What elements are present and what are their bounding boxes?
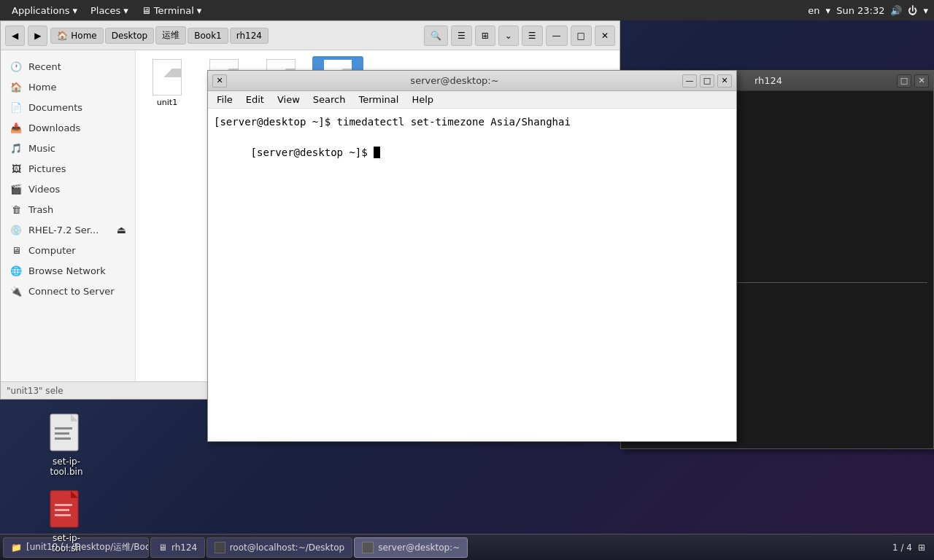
maximize-button[interactable]: □	[571, 26, 592, 46]
file-name-unit1: unit1	[157, 98, 177, 107]
menu-view[interactable]: View	[271, 93, 306, 106]
menu-bar: Applications ▾ Places ▾ 🖥 Terminal ▾	[6, 4, 207, 18]
page-indicator: 1 / 4	[892, 542, 912, 553]
list-view-button[interactable]: ☰	[451, 26, 472, 46]
back-button[interactable]: ◀	[5, 26, 25, 46]
fm-status-text: "unit13" sele	[7, 386, 63, 396]
sidebar-item-pictures[interactable]: 🖼 Pictures	[1, 158, 135, 179]
sidebar-item-documents[interactable]: 📄 Documents	[1, 97, 135, 117]
breadcrumb-rh124[interactable]: rh124	[230, 28, 269, 44]
menu-button[interactable]: ☰	[522, 26, 543, 46]
maximize-button2[interactable]: □	[897, 74, 911, 88]
desktop-icon-set-ip-tool-bin[interactable]: set-ip-tool.bin	[34, 408, 99, 481]
close-button2[interactable]: ✕	[914, 74, 929, 88]
sidebar-label-downloads: Downloads	[28, 122, 80, 133]
sort-button[interactable]: ⌄	[498, 26, 519, 46]
sidebar-label-browse-network: Browse Network	[28, 265, 106, 276]
eject-icon[interactable]: ⏏	[117, 224, 126, 236]
forward-button[interactable]: ▶	[28, 26, 47, 46]
minimize-button[interactable]: —	[546, 26, 568, 46]
sidebar-item-connect-server[interactable]: 🔌 Connect to Server	[1, 281, 135, 301]
terminal-menu[interactable]: 🖥 Terminal ▾	[136, 4, 207, 18]
computer-icon: 🖥	[9, 244, 23, 257]
breadcrumb-home[interactable]: 🏠 Home	[50, 28, 103, 44]
breadcrumb-yunwei[interactable]: 运维	[155, 26, 186, 44]
home-icon: 🏠	[9, 80, 23, 93]
desktop-icon-set-ip-tool-sh[interactable]: set-ip-tool.sh	[34, 485, 99, 558]
svg-rect-4	[55, 438, 71, 440]
close-button[interactable]: ✕	[212, 74, 227, 88]
search-button[interactable]: 🔍	[424, 26, 448, 46]
top-bar-left: Applications ▾ Places ▾ 🖥 Terminal ▾	[6, 4, 207, 18]
win-controls2-right: □ ✕	[897, 74, 929, 88]
lang-dropdown: ▾	[826, 5, 831, 16]
close-button-right[interactable]: ✕	[717, 74, 732, 88]
taskbar-item-root-localhost[interactable]: root@localhost:~/Desktop	[207, 537, 352, 558]
home-icon: 🏠	[57, 31, 68, 41]
svg-rect-7	[55, 504, 72, 506]
taskbar-icon-root	[215, 542, 225, 553]
taskbar-item-rh124[interactable]: 🖥 rh124	[150, 537, 205, 558]
sidebar-item-downloads[interactable]: 📥 Downloads	[1, 117, 135, 138]
sidebar-item-computer[interactable]: 🖥 Computer	[1, 240, 135, 260]
recent-icon: 🕐	[9, 60, 23, 73]
menu-terminal[interactable]: Terminal	[352, 93, 404, 106]
breadcrumb-desktop[interactable]: Desktop	[105, 28, 155, 44]
applications-menu[interactable]: Applications ▾	[6, 4, 83, 18]
terminal-label: Terminal	[154, 5, 194, 16]
applications-label: Applications	[12, 5, 69, 16]
terminal-dropdown-icon: ▾	[197, 5, 202, 16]
top-bar-right: en ▾ Sun 23:32 🔊 ⏻ ▾	[808, 5, 928, 16]
svg-rect-3	[55, 432, 69, 435]
terminal-line-1: [server@desktop ~]$ timedatectl set-time…	[214, 114, 730, 130]
menu-help[interactable]: Help	[406, 93, 439, 106]
sidebar-item-home[interactable]: 🏠 Home	[1, 77, 135, 97]
sidebar-item-recent[interactable]: 🕐 Recent	[1, 56, 135, 77]
close-button[interactable]: ✕	[595, 26, 615, 46]
terminal-cursor	[374, 147, 380, 158]
rhel-icon: 💿	[9, 223, 23, 236]
sidebar-item-trash[interactable]: 🗑 Trash	[1, 199, 135, 219]
sidebar-label-trash: Trash	[28, 204, 53, 215]
videos-icon: 🎬	[9, 182, 23, 195]
menu-search[interactable]: Search	[307, 93, 352, 106]
menu-file[interactable]: File	[211, 93, 239, 106]
power-icon[interactable]: ⏻	[908, 5, 917, 16]
svg-rect-8	[55, 509, 69, 511]
breadcrumb-book1[interactable]: Book1	[188, 28, 228, 44]
sidebar-label-connect-server: Connect to Server	[28, 286, 115, 297]
terminal-title: server@desktop:~	[227, 75, 682, 86]
file-icon-unit1	[153, 59, 182, 96]
places-label: Places	[90, 5, 120, 16]
minimize-button[interactable]: —	[682, 74, 697, 88]
taskbar-item-server-desktop[interactable]: server@desktop:~	[354, 537, 468, 558]
sidebar-item-rhel[interactable]: 💿 RHEL-7.2 Ser... ⏏	[1, 219, 135, 240]
sidebar-item-browse-network[interactable]: 🌐 Browse Network	[1, 260, 135, 281]
taskbar-icon-fm: 📁	[11, 542, 22, 553]
documents-icon: 📄	[9, 101, 23, 114]
language-indicator[interactable]: en	[808, 5, 819, 16]
terminal-menubar: File Edit View Search Terminal Help	[208, 91, 736, 109]
sidebar-item-music[interactable]: 🎵 Music	[1, 138, 135, 158]
terminal-line-2: [server@desktop ~]$	[214, 130, 730, 176]
sidebar-label-computer: Computer	[28, 245, 76, 256]
volume-icon[interactable]: 🔊	[890, 5, 902, 16]
dropdown-icon: ▾	[72, 5, 77, 16]
menu-edit[interactable]: Edit	[240, 93, 270, 106]
sidebar-label-music: Music	[28, 143, 55, 154]
maximize-button[interactable]: □	[700, 74, 714, 88]
svg-rect-2	[55, 427, 72, 429]
terminal-icon-small: 🖥	[142, 5, 151, 16]
downloads-icon: 📥	[9, 121, 23, 134]
taskbar-icon-server	[362, 542, 374, 553]
places-menu[interactable]: Places ▾	[85, 4, 134, 18]
sidebar-item-videos[interactable]: 🎬 Videos	[1, 179, 135, 199]
places-dropdown-icon: ▾	[123, 5, 128, 16]
grid-view-button[interactable]: ⊞	[475, 26, 495, 46]
taskbar-label-server: server@desktop:~	[378, 542, 460, 553]
terminal-body[interactable]: [server@desktop ~]$ timedatectl set-time…	[208, 109, 736, 441]
win-controls-left: ✕	[212, 74, 227, 88]
terminal-titlebar: ✕ server@desktop:~ — □ ✕	[208, 71, 736, 91]
file-unit1[interactable]: unit1	[142, 56, 193, 110]
taskbar: 📁 [unit10 (~/Desktop/运维/Book1/r... 🖥 rh1…	[0, 534, 934, 560]
